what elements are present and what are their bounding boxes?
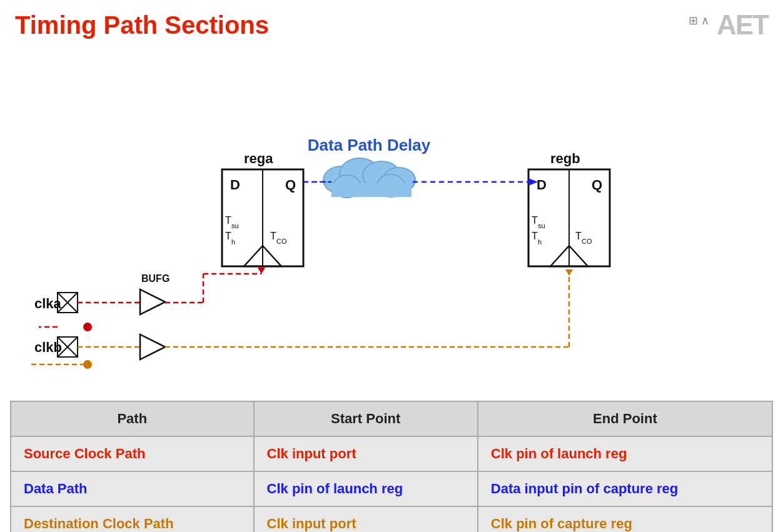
svg-text:rega: rega bbox=[244, 151, 273, 166]
table-row-data: Data Path Clk pin of launch reg Data inp… bbox=[11, 471, 772, 506]
svg-text:Q: Q bbox=[285, 177, 296, 193]
svg-text:regb: regb bbox=[550, 151, 580, 166]
svg-text:T: T bbox=[532, 231, 538, 241]
svg-text:clka: clka bbox=[34, 296, 62, 311]
table-row-source: Source Clock Path Clk input port Clk pin… bbox=[11, 436, 772, 471]
svg-marker-45 bbox=[258, 268, 265, 274]
dest-path-label: Destination Clock Path bbox=[11, 506, 254, 532]
svg-marker-40 bbox=[140, 289, 165, 314]
header: Timing Path Sections ⊞ ∧ AET bbox=[0, 0, 783, 39]
page-container: Timing Path Sections ⊞ ∧ AET Data Path D… bbox=[0, 0, 783, 532]
svg-text:Data Path Delay: Data Path Delay bbox=[308, 136, 431, 154]
svg-text:h: h bbox=[538, 238, 542, 246]
svg-text:BUFG: BUFG bbox=[141, 273, 169, 284]
source-path-label: Source Clock Path bbox=[11, 436, 254, 471]
source-start-point: Clk input port bbox=[254, 436, 478, 471]
diagram-area: Data Path Delay rega regb D Q bbox=[0, 46, 783, 396]
source-end-point: Clk pin of launch reg bbox=[478, 436, 772, 471]
col-startpoint-header: Start Point bbox=[254, 401, 478, 436]
svg-text:T: T bbox=[575, 231, 582, 241]
svg-text:su: su bbox=[231, 222, 239, 229]
table-header-row: Path Start Point End Point bbox=[11, 401, 772, 436]
svg-text:T: T bbox=[532, 215, 538, 226]
svg-text:CO: CO bbox=[276, 238, 287, 245]
top-right: ⊞ ∧ AET bbox=[689, 11, 768, 39]
timing-diagram: Data Path Delay rega regb D Q bbox=[0, 46, 783, 396]
info-table: Path Start Point End Point Source Clock … bbox=[10, 401, 773, 532]
page-title: Timing Path Sections bbox=[15, 11, 269, 39]
data-start-point: Clk pin of launch reg bbox=[254, 471, 478, 506]
grid-icon: ⊞ ∧ bbox=[689, 14, 709, 28]
table-section: Path Start Point End Point Source Clock … bbox=[0, 401, 783, 532]
svg-text:Q: Q bbox=[592, 177, 602, 193]
svg-rect-7 bbox=[331, 183, 412, 197]
dest-start-point: Clk input port bbox=[254, 506, 478, 532]
svg-text:D: D bbox=[537, 177, 547, 193]
svg-text:D: D bbox=[230, 177, 240, 193]
col-endpoint-header: End Point bbox=[478, 401, 772, 436]
svg-text:su: su bbox=[538, 222, 545, 229]
svg-text:clkb: clkb bbox=[34, 339, 62, 355]
svg-text:T: T bbox=[225, 215, 231, 226]
svg-marker-58 bbox=[565, 269, 573, 276]
dest-end-point: Clk pin of capture reg bbox=[478, 506, 772, 532]
svg-text:T: T bbox=[225, 231, 231, 241]
logo: AET bbox=[717, 11, 768, 39]
data-end-point: Data input pin of capture reg bbox=[478, 471, 772, 506]
data-path-label: Data Path bbox=[11, 471, 254, 506]
svg-marker-54 bbox=[140, 334, 165, 359]
svg-text:T: T bbox=[270, 231, 276, 241]
svg-text:h: h bbox=[231, 238, 235, 246]
col-path-header: Path bbox=[11, 401, 254, 436]
svg-text:CO: CO bbox=[582, 238, 592, 245]
table-row-destination: Destination Clock Path Clk input port Cl… bbox=[11, 506, 772, 532]
